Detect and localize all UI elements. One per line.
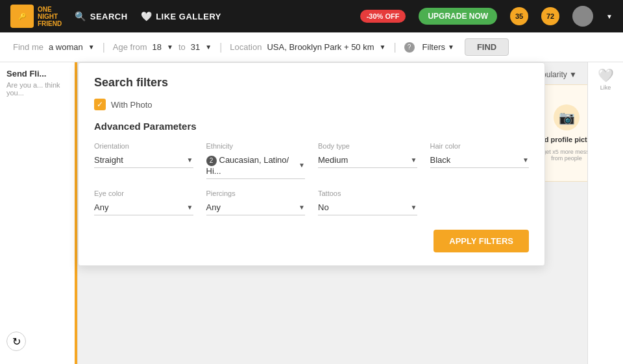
logo[interactable]: 🔑 ONENIGHTFRIEND (10, 5, 62, 28)
search-nav-item[interactable]: 🔍 SEARCH (75, 11, 127, 21)
piercings-value: Any (206, 202, 221, 212)
sidebar-accent-bar (75, 62, 77, 364)
orientation-select[interactable]: Straight ▼ (94, 152, 193, 168)
orientation-field: Orientation Straight ▼ (94, 142, 193, 179)
refresh-button[interactable]: ↻ (6, 332, 26, 351)
sidebar-send-flirt-text: Are you a... think you... (6, 81, 71, 97)
location-value[interactable]: USA, Brooklyn Park + 50 km (267, 42, 374, 52)
body-type-select[interactable]: Medium ▼ (318, 152, 417, 168)
filter-row-2: Eye color Any ▼ Piercings Any ▼ Tattoos … (94, 189, 529, 215)
age-to-value[interactable]: 31 (191, 42, 200, 52)
logo-text: ONENIGHTFRIEND (38, 6, 62, 27)
eye-color-select[interactable]: Any ▼ (94, 200, 193, 215)
apply-row: APPLY FILTERS (94, 226, 529, 252)
age-to-label: to (178, 42, 186, 52)
notification-badge-2[interactable]: 72 (541, 7, 559, 25)
find-button[interactable]: FIND (465, 38, 509, 56)
filters-dropdown-arrow: ▼ (448, 43, 454, 51)
info-icon: ? (404, 42, 415, 53)
filters-button[interactable]: Filters ▼ (422, 42, 454, 52)
body-type-label: Body type (318, 142, 417, 150)
age-from-value[interactable]: 18 (153, 42, 162, 52)
camera-icon: 📷 (554, 104, 580, 130)
age-from-label: Age from (113, 42, 147, 52)
eye-color-value: Any (94, 202, 108, 212)
location-label: Location (230, 42, 262, 52)
tattoos-value: No (318, 202, 329, 212)
age-to-dropdown[interactable]: ▼ (205, 43, 212, 51)
sidebar-send-flirt-title: Send Fli... (6, 69, 71, 79)
ethnicity-count-badge: 2 (206, 156, 217, 166)
with-photo-checkbox[interactable] (94, 99, 106, 110)
filter-panel-title: Search filters (94, 76, 529, 90)
hair-color-label: Hair color (430, 142, 530, 150)
orientation-value: Straight (94, 155, 123, 165)
piercings-field: Piercings Any ▼ (206, 189, 306, 215)
piercings-arrow-icon: ▼ (299, 204, 305, 211)
body-type-arrow-icon: ▼ (411, 156, 417, 164)
gallery-nav-label: LIKE GALLERY (156, 12, 221, 21)
heart-icon: 🤍 (598, 67, 614, 83)
filters-label: Filters (422, 42, 445, 52)
filter-row-1: Orientation Straight ▼ Ethnicity 2Caucas… (94, 142, 529, 179)
heart-nav-icon: 🤍 (141, 11, 153, 21)
ethnicity-value: 2Caucasian, Latino/ Hi... (206, 155, 299, 176)
like-button[interactable]: 🤍 Like (598, 67, 614, 91)
orientation-arrow-icon: ▼ (187, 156, 193, 164)
tattoos-field: Tattoos No ▼ (318, 189, 417, 215)
upgrade-button[interactable]: UPGRADE NOW (419, 8, 497, 25)
find-me-value[interactable]: a woman (49, 42, 83, 52)
with-photo-label: With Photo (111, 100, 153, 110)
search-nav-label: SEARCH (90, 12, 128, 21)
sidebar: Send Fli... Are you a... think you... ↻ (0, 62, 78, 364)
ethnicity-text: Caucasian, Latino/ Hi... (206, 155, 289, 176)
discount-badge: -30% OFF (360, 10, 406, 23)
ethnicity-select[interactable]: 2Caucasian, Latino/ Hi... ▼ (206, 152, 306, 179)
gallery-nav-item[interactable]: 🤍 LIKE GALLERY (141, 11, 221, 21)
notif1-count: 35 (515, 12, 523, 20)
find-me-dropdown[interactable]: ▼ (88, 43, 95, 51)
location-dropdown[interactable]: ▼ (380, 43, 386, 51)
hair-color-arrow-icon: ▼ (522, 156, 529, 164)
age-from-dropdown[interactable]: ▼ (167, 43, 173, 51)
avatar-dropdown-arrow[interactable]: ▼ (606, 13, 613, 20)
with-photo-row: With Photo (94, 99, 529, 110)
tattoos-arrow-icon: ▼ (411, 204, 417, 211)
search-nav-icon: 🔍 (75, 11, 86, 21)
user-avatar[interactable] (572, 6, 593, 27)
hair-color-field: Hair color Black ▼ (430, 142, 530, 179)
apply-filters-button[interactable]: APPLY FILTERS (434, 230, 529, 252)
eye-color-label: Eye color (94, 189, 193, 197)
eye-color-arrow-icon: ▼ (187, 204, 193, 211)
logo-icon: 🔑 (10, 5, 34, 28)
main-content: Send Fli... Are you a... think you... ↻ … (0, 62, 623, 364)
notif2-count: 72 (546, 12, 554, 20)
eye-color-field: Eye color Any ▼ (94, 189, 193, 215)
empty-field (430, 189, 530, 215)
search-bar: Find me a woman ▼ | Age from 18 ▼ to 31 … (0, 32, 623, 62)
ethnicity-field: Ethnicity 2Caucasian, Latino/ Hi... ▼ (206, 142, 306, 179)
piercings-label: Piercings (206, 189, 306, 197)
hair-color-select[interactable]: Black ▼ (430, 152, 530, 168)
advanced-parameters-title: Advanced Parameters (94, 121, 529, 132)
like-label: Like (600, 84, 611, 91)
find-me-label: Find me (13, 42, 43, 52)
notification-badge-1[interactable]: 35 (510, 7, 528, 25)
right-panel: 🤍 Like (587, 62, 623, 364)
ethnicity-arrow-icon: ▼ (299, 162, 305, 169)
body-type-value: Medium (318, 155, 348, 165)
tattoos-label: Tattoos (318, 189, 417, 197)
piercings-select[interactable]: Any ▼ (206, 200, 306, 215)
top-navigation: 🔑 ONENIGHTFRIEND 🔍 SEARCH 🤍 LIKE GALLERY… (0, 0, 623, 32)
tattoos-select[interactable]: No ▼ (318, 200, 417, 215)
body-type-field: Body type Medium ▼ (318, 142, 417, 179)
orientation-label: Orientation (94, 142, 193, 150)
filters-dropdown-panel: Search filters With Photo Advanced Param… (78, 62, 545, 266)
hair-color-value: Black (430, 155, 451, 165)
ethnicity-label: Ethnicity (206, 142, 306, 150)
